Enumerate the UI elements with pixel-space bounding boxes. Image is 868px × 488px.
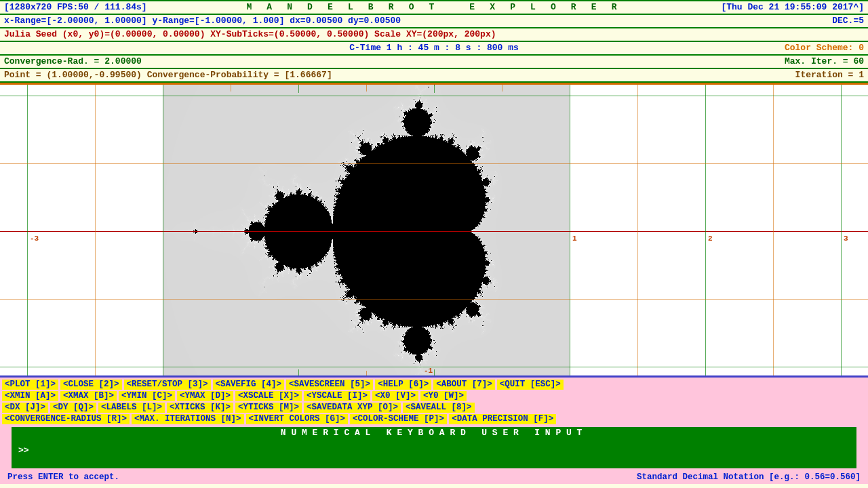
grid-h xyxy=(0,96,868,96)
julia-bar: Julia Seed (x0, y0)=(0.00000, 0.00000) X… xyxy=(0,28,868,42)
footer-panel: <PLOT [1]><CLOSE [2]><RESET/STOP [3]><SA… xyxy=(0,375,868,484)
plot-canvas[interactable]: -3 1 2 3 -1 xyxy=(0,83,868,375)
command-button[interactable]: <SAVEALL [8]> xyxy=(403,403,475,413)
command-button[interactable]: <Y0 [W]> xyxy=(420,391,467,401)
command-button[interactable]: <LABELS [L]> xyxy=(98,403,165,413)
subgrid-h xyxy=(0,163,868,164)
command-button[interactable]: <ABOUT [7]> xyxy=(433,380,495,390)
color-scheme: Color Scheme: 0 xyxy=(785,43,864,54)
point-bar: Point = (1.00000,-0.99500) Convergence-P… xyxy=(0,69,868,83)
grid-v xyxy=(27,85,28,375)
tick xyxy=(298,85,299,93)
convergence-radius: Convergence-Rad. = 2.00000 xyxy=(4,56,142,67)
compute-time: C-Time 1 h : 45 m : 8 s : 800 ms xyxy=(349,43,519,54)
numeric-input[interactable]: >> xyxy=(12,439,856,468)
tick xyxy=(434,85,435,93)
prompt: >> xyxy=(18,445,29,455)
tick-label: 2 xyxy=(708,235,713,243)
tick-label: 3 xyxy=(844,235,848,243)
precision: DEC.=5 xyxy=(832,16,864,26)
cursor-point: Point = (1.00000,-0.99500) Convergence-P… xyxy=(4,70,332,81)
command-button[interactable]: <XMAX [B]> xyxy=(60,391,117,401)
command-button[interactable]: <RESET/STOP [3]> xyxy=(124,380,211,390)
max-iterations: Max. Iter. = 60 xyxy=(785,56,864,67)
command-button[interactable]: <X0 [V]> xyxy=(372,391,418,401)
julia-seed: Julia Seed (x0, y0)=(0.00000, 0.00000) X… xyxy=(4,29,496,40)
command-button[interactable]: <YMAX [D]> xyxy=(177,391,233,401)
tick-label: -3 xyxy=(30,235,39,243)
command-button[interactable]: <CLOSE [2]> xyxy=(60,380,122,390)
tick xyxy=(366,85,367,92)
command-button[interactable]: <YTICKS [M]> xyxy=(235,403,302,413)
notation-hint: Standard Decimal Notation [e.g.: 0.56=0.… xyxy=(637,472,861,482)
command-button[interactable]: <INVERT COLORS [G]> xyxy=(246,414,349,424)
hint-row: Press ENTER to accept. Standard Decimal … xyxy=(2,471,866,483)
subgrid-v xyxy=(637,85,638,375)
command-row: <DX [J]><DY [Q]><LABELS [L]><XTICKS [K]>… xyxy=(2,403,866,414)
command-button[interactable]: <YMIN [C]> xyxy=(119,391,175,401)
command-button[interactable]: <SAVEFIG [4]> xyxy=(213,380,285,390)
command-button[interactable]: <DX [J]> xyxy=(2,403,48,413)
tick-label: -1 xyxy=(424,367,433,375)
clock: [Thu Dec 21 19:55:09 2017^] xyxy=(721,2,864,13)
command-button[interactable]: <PLOT [1]> xyxy=(2,380,58,390)
command-row: <CONVERGENCE-RADIUS [R]><MAX. ITERATIONS… xyxy=(2,414,866,426)
subgrid-h xyxy=(0,299,868,300)
subgrid-v xyxy=(773,85,774,375)
command-button[interactable]: <SAVEDATA XYP [O]> xyxy=(304,403,401,413)
command-row: <XMIN [A]><XMAX [B]><YMIN [C]><YMAX [D]>… xyxy=(2,391,866,403)
tick xyxy=(231,85,231,92)
enter-hint: Press ENTER to accept. xyxy=(7,472,119,482)
convergence-bar: Convergence-Rad. = 2.00000 Max. Iter. = … xyxy=(0,56,868,69)
command-button[interactable]: <XMIN [A]> xyxy=(2,391,58,401)
status-bar: [868x488 FPS:50 / 111.84s] M A N D E L … xyxy=(0,0,868,15)
command-button[interactable]: <XTICKS [K]> xyxy=(167,403,233,413)
command-button[interactable]: <YSCALE [I]> xyxy=(304,391,370,401)
command-button[interactable]: <SAVESCREEN [5]> xyxy=(286,380,373,390)
app-title: M A N D E L B R O T E X P L O R E R xyxy=(246,2,621,13)
x-axis xyxy=(0,231,868,232)
tick-label: 1 xyxy=(572,235,577,243)
grid-v xyxy=(163,85,163,375)
command-button[interactable]: <MAX. ITERATIONS [N]> xyxy=(132,414,244,424)
grid-v xyxy=(570,85,570,375)
iteration-count: Iteration = 1 xyxy=(795,70,864,81)
timing-bar: C-Time 1 h : 45 m : 8 s : 800 ms Color S… xyxy=(0,42,868,56)
command-button[interactable]: <DATA PRECISION [F]> xyxy=(449,414,556,424)
command-button[interactable]: <HELP [6]> xyxy=(375,380,431,390)
command-button[interactable]: <COLOR-SCHEME [P]> xyxy=(350,414,447,424)
command-row: <PLOT [1]><CLOSE [2]><RESET/STOP [3]><SA… xyxy=(2,380,866,391)
command-button[interactable]: <DY [Q]> xyxy=(50,403,96,413)
tick xyxy=(502,85,502,92)
range-bar: x-Range=[-2.00000, 1.00000] y-Range=[-1.… xyxy=(0,15,868,28)
grid-h xyxy=(0,367,868,367)
command-button[interactable]: <XSCALE [X]> xyxy=(235,391,302,401)
input-heading: NUMERICAL KEYBOARD USER INPUT xyxy=(12,427,856,439)
subgrid-v xyxy=(95,85,96,375)
command-button[interactable]: <CONVERGENCE-RADIUS [R]> xyxy=(2,414,130,424)
command-button[interactable]: <QUIT [ESC]> xyxy=(497,380,564,390)
grid-v xyxy=(841,85,842,375)
xy-range: x-Range=[-2.00000, 1.00000] y-Range=[-1.… xyxy=(4,16,401,26)
fps-stats: [868x488 FPS:50 / 111.84s] xyxy=(4,2,147,13)
grid-v xyxy=(705,85,706,375)
